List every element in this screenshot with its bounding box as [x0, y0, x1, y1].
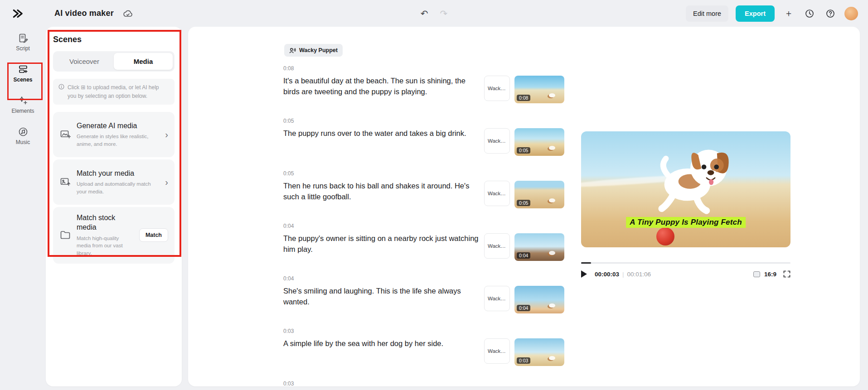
scene-text[interactable]: Then he runs back to his ball and shakes… [283, 181, 479, 202]
scenes-panel: Scenes Voiceover Media Click ⊞ to upload… [46, 27, 182, 386]
thumb-duration-badge: 0:08 [517, 95, 530, 101]
scene-thumbnail[interactable]: 0:05 [514, 128, 564, 156]
preview-caption: A Tiny Puppy Is Playing Fetch [626, 217, 746, 228]
scene-thumbnail[interactable]: 0:03 [514, 338, 564, 366]
playback-progress-fill [581, 262, 591, 264]
scene-duration: 0:05 [283, 118, 564, 124]
card-title: Match stock media [77, 214, 115, 231]
scene-thumbnail[interactable]: 0:04 [514, 286, 564, 313]
voice-chip[interactable]: Wacky Puppet [484, 338, 510, 364]
scene-thumbnail[interactable]: 0:05 [514, 181, 564, 208]
chevron-right-icon: › [165, 130, 168, 140]
time-divider: | [622, 271, 624, 278]
scene-text[interactable]: A simple life by the sea with her dog by… [283, 338, 479, 349]
sidebar-item-label: Scenes [13, 77, 32, 83]
match-stock-media-card[interactable]: Match stock media Match high-quality med… [53, 207, 175, 264]
scene-row[interactable]: 0:08 It's a beautiful day at the beach. … [283, 65, 564, 118]
user-avatar[interactable] [844, 7, 858, 20]
add-icon[interactable]: ＋ [782, 7, 795, 20]
play-button[interactable] [581, 270, 587, 278]
redo-icon[interactable]: ↷ [440, 8, 448, 19]
canvas-ratio-icon[interactable] [753, 271, 760, 277]
scenes-panel-title: Scenes [53, 35, 175, 44]
voice-chip-label: Wacky Puppet [488, 296, 506, 301]
tab-voiceover[interactable]: Voiceover [55, 53, 114, 70]
top-bar: AI video maker ↶ ↷ Edit more Export ＋ [0, 0, 868, 27]
voice-icon [289, 48, 296, 53]
tab-media[interactable]: Media [114, 53, 173, 70]
export-button[interactable]: Export [736, 5, 775, 22]
history-clock-icon[interactable] [803, 7, 816, 20]
match-your-media-card[interactable]: Match your media Upload and automaticall… [53, 159, 175, 205]
sidebar-item-label: Music [16, 139, 30, 145]
voice-chip[interactable]: Wacky Puppet [484, 128, 510, 154]
voice-chip[interactable]: Wacky Puppet [484, 181, 510, 206]
video-preview[interactable]: A Tiny Puppy Is Playing Fetch [581, 131, 790, 247]
voice-chip[interactable]: Wacky Puppet [484, 233, 510, 259]
puppy-illustration [638, 140, 742, 226]
thumb-duration-badge: 0:05 [517, 200, 530, 206]
scene-duration: 0:03 [283, 328, 564, 334]
upload-hint-text: Click ⊞ to upload media, or let AI help … [68, 83, 169, 100]
thumb-duration-badge: 0:04 [517, 252, 530, 259]
sidebar-item-scenes[interactable]: Scenes [6, 64, 40, 83]
voice-chip-label: Wacky Puppet [488, 348, 506, 354]
generate-media-icon [59, 130, 71, 140]
cloud-save-icon[interactable] [123, 10, 133, 18]
scene-duration: 0:05 [283, 170, 564, 177]
card-subtitle: Generate in styles like realistic, anime… [77, 133, 160, 148]
playback-progress-bar[interactable] [581, 262, 790, 264]
voice-chip-label: Wacky Puppet [488, 191, 506, 196]
scene-list: 0:08 It's a beautiful day at the beach. … [283, 65, 564, 386]
undo-icon[interactable]: ↶ [421, 8, 428, 19]
scene-text[interactable]: She's smiling and laughing. This is the … [283, 286, 479, 307]
scene-row[interactable]: 0:05 The puppy runs over to the water an… [283, 118, 564, 170]
sidebar-item-elements[interactable]: Elements [6, 96, 40, 114]
sidebar-item-label: Script [16, 45, 30, 52]
scene-row[interactable]: 0:03 A simple life by the sea with her d… [283, 328, 564, 380]
card-text: Generate AI media Generate in styles lik… [77, 121, 160, 148]
match-button[interactable]: Match [139, 228, 168, 242]
topbar-actions: Edit more Export ＋ [686, 5, 858, 22]
scene-thumbnail[interactable]: 0:08 [514, 76, 564, 103]
voice-chip[interactable]: Wacky Puppet [484, 76, 510, 101]
card-text: Match your media Upload and automaticall… [77, 169, 160, 196]
scene-text[interactable]: The puppy's owner is sitting on a nearby… [283, 233, 479, 255]
editor-main: Wacky Puppet 0:08 It's a beautiful day a… [188, 27, 860, 386]
history-controls: ↶ ↷ [421, 8, 448, 19]
player-controls: 00:00:03 | 00:01:06 16:9 [581, 270, 790, 278]
scenes-tab-switch: Voiceover Media [53, 51, 175, 72]
scene-duration: 0:04 [283, 223, 564, 229]
generate-ai-media-card[interactable]: Generate AI media Generate in styles lik… [53, 112, 175, 157]
scene-row[interactable]: 0:03 [283, 380, 564, 386]
upload-hint: Click ⊞ to upload media, or let AI help … [53, 79, 175, 105]
scene-text[interactable]: The puppy runs over to the water and tak… [283, 128, 479, 139]
card-title: Match your media [77, 169, 134, 177]
fullscreen-icon[interactable] [783, 270, 790, 278]
scene-text[interactable]: It's a beautiful day at the beach. The s… [283, 76, 479, 97]
scene-row[interactable]: 0:04 She's smiling and laughing. This is… [283, 275, 564, 328]
scene-thumbnail[interactable]: 0:04 [514, 233, 564, 261]
current-time: 00:00:03 [595, 271, 619, 278]
sidebar-item-script[interactable]: Script [6, 33, 40, 52]
elements-icon [18, 96, 28, 106]
scene-duration: 0:04 [283, 275, 564, 282]
edit-more-button[interactable]: Edit more [686, 5, 728, 22]
card-subtitle: Match high-quality media from our vast l… [77, 235, 134, 257]
sidebar-item-label: Elements [11, 108, 34, 114]
voice-chip[interactable]: Wacky Puppet [484, 286, 510, 311]
sidebar-item-music[interactable]: Music [6, 127, 40, 145]
thumb-duration-badge: 0:03 [517, 357, 530, 364]
scene-row[interactable]: 0:04 The puppy's owner is sitting on a n… [283, 223, 564, 275]
capcut-logo-icon[interactable] [10, 6, 25, 21]
total-time: 00:01:06 [627, 271, 651, 278]
aspect-ratio-label[interactable]: 16:9 [764, 271, 776, 278]
app-window: AI video maker ↶ ↷ Edit more Export ＋ [0, 0, 868, 390]
scene-row[interactable]: 0:05 Then he runs back to his ball and s… [283, 170, 564, 223]
time-display: 00:00:03 | 00:01:06 [595, 271, 651, 278]
card-title: Generate AI media [77, 122, 137, 130]
voice-badge[interactable]: Wacky Puppet [284, 44, 343, 57]
scene-media: Wacky Puppet 0:05 [484, 128, 564, 156]
card-text: Match stock media Match high-quality med… [77, 213, 134, 257]
help-icon[interactable] [824, 7, 837, 20]
